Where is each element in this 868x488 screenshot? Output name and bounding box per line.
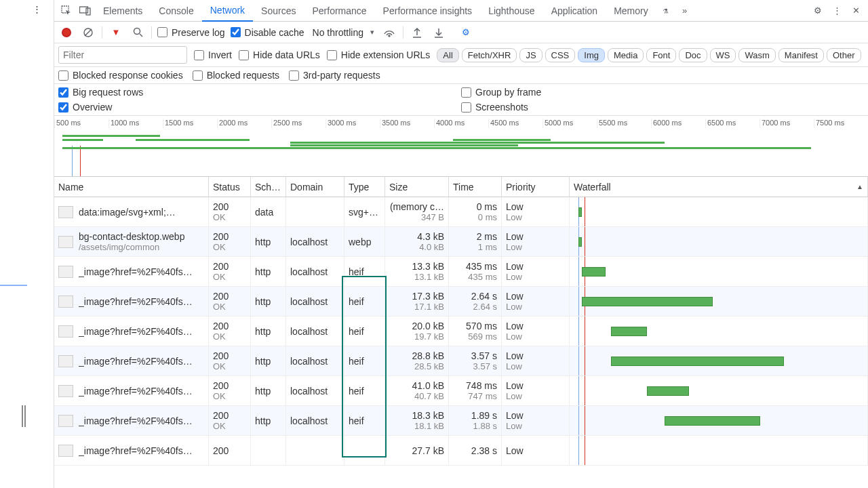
close-icon[interactable]: ✕	[846, 1, 865, 20]
filter-bar-2: Blocked response cookies Blocked request…	[54, 67, 868, 84]
hide-ext-urls-checkbox[interactable]: Hide extension URLs	[327, 49, 431, 60]
timeline-tick: 2500 ms	[271, 119, 326, 128]
col-status[interactable]: Status	[209, 177, 251, 197]
filter-bar: Invert Hide data URLs Hide extension URL…	[54, 43, 868, 67]
type-pill-manifest[interactable]: Manifest	[778, 48, 824, 62]
tab-elements[interactable]: Elements	[95, 0, 151, 22]
insights-beaker-icon: ⚗	[656, 1, 675, 20]
timeline-tick: 5000 ms	[542, 119, 597, 128]
gear-icon[interactable]: ⚙	[458, 24, 474, 41]
timeline-tick: 6500 ms	[705, 119, 760, 128]
tab-network[interactable]: Network	[202, 0, 253, 22]
type-pill-all[interactable]: All	[437, 48, 458, 62]
tab-performance-insights[interactable]: Performance insights	[375, 0, 481, 22]
overview-timeline[interactable]: 500 ms1000 ms1500 ms2000 ms2500 ms3000 m…	[54, 116, 868, 177]
col-type[interactable]: Type	[344, 177, 385, 197]
timeline-tick: 7500 ms	[814, 119, 868, 128]
type-pill-wasm[interactable]: Wasm	[738, 48, 775, 62]
tab-memory[interactable]: Memory	[606, 0, 656, 22]
kebab-icon[interactable]: ⋮	[827, 1, 846, 20]
table-row[interactable]: bg-contact-desktop.webp/assets/img/commo…	[54, 227, 868, 257]
filter-icon[interactable]: ▼	[108, 24, 124, 41]
preserve-log-checkbox[interactable]: Preserve log	[157, 27, 225, 38]
tab-lighthouse[interactable]: Lighthouse	[480, 0, 543, 22]
invert-checkbox[interactable]: Invert	[194, 49, 232, 60]
type-pill-fetchxhr[interactable]: Fetch/XHR	[462, 48, 517, 62]
record-button[interactable]	[58, 24, 75, 41]
more-tabs-icon[interactable]: »	[675, 1, 694, 20]
thumbnail-icon	[58, 266, 73, 278]
type-pill-img[interactable]: Img	[578, 48, 605, 62]
big-rows-checkbox[interactable]: Big request rows	[58, 87, 461, 98]
type-pill-css[interactable]: CSS	[545, 48, 576, 62]
tab-performance[interactable]: Performance	[304, 0, 374, 22]
timeline-tick: 4500 ms	[488, 119, 542, 128]
type-pill-other[interactable]: Other	[827, 48, 861, 62]
timeline-tick: 6000 ms	[651, 119, 705, 128]
timeline-tick: 2000 ms	[217, 119, 271, 128]
filter-input[interactable]	[58, 46, 187, 64]
network-toolbar: ▼ Preserve log Disable cache No throttli…	[54, 22, 868, 43]
screenshots-checkbox[interactable]: Screenshots	[461, 102, 864, 113]
table-header[interactable]: Name Status Sch… Domain Type Size Time P…	[54, 177, 868, 197]
timeline-tick: 3500 ms	[380, 119, 434, 128]
resize-grip[interactable]	[22, 405, 27, 427]
table-row[interactable]: _image?href=%2F%40fs…200OKhttplocalhosth…	[54, 346, 868, 376]
col-name[interactable]: Name	[54, 177, 209, 197]
col-domain[interactable]: Domain	[286, 177, 344, 197]
table-row[interactable]: data:image/svg+xml;…200OKdatasvg+…(memor…	[54, 197, 868, 227]
type-pill-font[interactable]: Font	[646, 48, 676, 62]
blocked-requests-checkbox[interactable]: Blocked requests	[193, 70, 279, 81]
table-row[interactable]: _image?href=%2F%40fs…200OKhttplocalhosth…	[54, 287, 868, 317]
hide-data-urls-checkbox[interactable]: Hide data URLs	[239, 49, 320, 60]
type-pill-ws[interactable]: WS	[710, 48, 736, 62]
disable-cache-checkbox[interactable]: Disable cache	[231, 27, 304, 38]
search-icon[interactable]	[130, 24, 146, 41]
inspect-icon[interactable]	[57, 1, 76, 20]
third-party-checkbox[interactable]: 3rd-party requests	[289, 70, 380, 81]
svg-line-6	[140, 34, 142, 37]
overview-checkbox[interactable]: Overview	[58, 102, 461, 113]
col-priority[interactable]: Priority	[502, 177, 570, 197]
table-row[interactable]: _image?href=%2F%40fs…200OKhttplocalhosth…	[54, 406, 868, 436]
clear-icon[interactable]	[80, 24, 96, 41]
requests-table: Name Status Sch… Domain Type Size Time P…	[54, 177, 868, 488]
device-icon[interactable]	[76, 1, 95, 20]
thumbnail-icon	[58, 236, 73, 248]
tab-console[interactable]: Console	[151, 0, 201, 22]
table-row[interactable]: _image?href=%2F%40fs…200OKhttplocalhosth…	[54, 257, 868, 287]
group-frame-checkbox[interactable]: Group by frame	[461, 87, 864, 98]
type-pill-media[interactable]: Media	[608, 48, 644, 62]
throttling-select[interactable]: No throttling	[310, 26, 376, 39]
gear-icon[interactable]: ⚙	[808, 1, 827, 20]
thumbnail-icon	[58, 385, 73, 397]
table-row[interactable]: _image?href=%2F%40fs…200OKhttplocalhosth…	[54, 376, 868, 406]
timeline-tick: 7000 ms	[760, 119, 814, 128]
download-har-icon[interactable]	[431, 24, 447, 41]
table-row[interactable]: _image?href=%2F%40fs…200OKhttplocalhosth…	[54, 317, 868, 346]
timeline-tick: 1000 ms	[108, 119, 163, 128]
blocked-cookies-checkbox[interactable]: Blocked response cookies	[58, 70, 183, 81]
col-waterfall[interactable]: Waterfall▲	[570, 177, 868, 197]
table-row[interactable]: _image?href=%2F%40fs…20027.7 kB2.38 sLow	[54, 436, 868, 466]
tab-application[interactable]: Application	[543, 0, 606, 22]
tab-sources[interactable]: Sources	[253, 0, 304, 22]
thumbnail-icon	[58, 206, 73, 218]
svg-point-7	[389, 35, 390, 37]
network-conditions-icon[interactable]	[381, 24, 397, 41]
col-size[interactable]: Size	[385, 177, 449, 197]
kebab-icon[interactable]: ⋮	[33, 4, 41, 14]
svg-point-5	[134, 28, 140, 35]
thumbnail-icon	[58, 445, 73, 457]
thumbnail-icon	[58, 296, 73, 308]
upload-har-icon[interactable]	[409, 24, 425, 41]
type-pill-js[interactable]: JS	[519, 48, 542, 62]
website-pane-stub: ⋮	[0, 0, 54, 488]
col-scheme[interactable]: Sch…	[251, 177, 286, 197]
timeline-tick: 3000 ms	[326, 119, 380, 128]
col-time[interactable]: Time	[449, 177, 502, 197]
devtools-tabbar: ElementsConsoleNetworkSourcesPerformance…	[54, 0, 868, 22]
timeline-tick: 1500 ms	[163, 119, 217, 128]
timeline-tick: 500 ms	[54, 119, 108, 128]
type-pill-doc[interactable]: Doc	[679, 48, 707, 62]
